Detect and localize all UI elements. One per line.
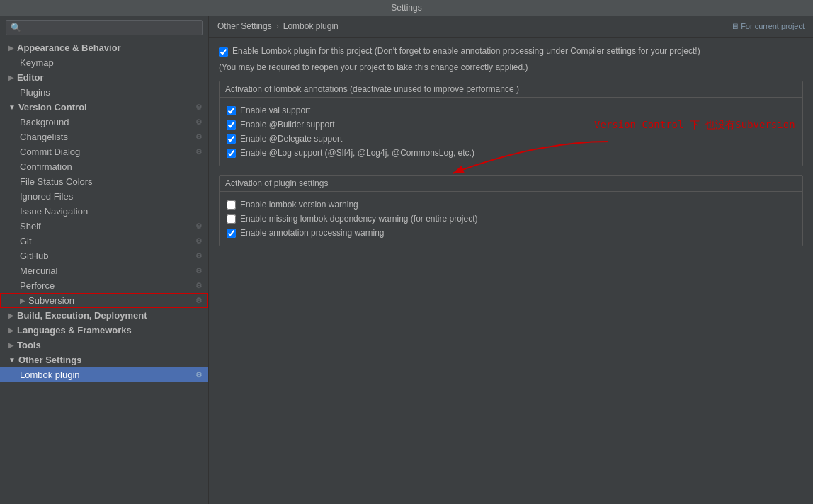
sidebar-item-label: Commit Dialog [20, 147, 195, 157]
arrow-icon: ▶ [8, 44, 14, 52]
sidebar-item-plugins[interactable]: Plugins [0, 85, 208, 100]
gear-icon: ⚙ [195, 118, 203, 127]
enable-lombok-checkbox[interactable] [219, 47, 228, 57]
sidebar-item-shelf[interactable]: Shelf ⚙ [0, 219, 208, 234]
sidebar-item-background[interactable]: Background ⚙ [0, 115, 208, 130]
search-input[interactable] [6, 20, 203, 35]
section2-title: Activation of plugin settings [220, 176, 802, 192]
sidebar-item-commit-dialog[interactable]: Commit Dialog ⚙ [0, 144, 208, 159]
title-bar: Settings [0, 0, 813, 16]
lombok-version-warning-checkbox[interactable] [227, 200, 236, 210]
annotation-processing-warning-label: Enable annotation processing warning [240, 228, 384, 238]
arrow-icon: ▶ [8, 74, 14, 81]
gear-icon: ⚙ [195, 132, 203, 142]
delegate-support-checkbox[interactable] [227, 134, 236, 144]
arrow-icon: ▶ [8, 341, 14, 349]
sidebar-item-label: Mercurial [20, 265, 195, 276]
gear-icon: ⚙ [195, 236, 203, 246]
gear-icon: ⚙ [195, 222, 203, 231]
missing-dependency-warning-checkbox[interactable] [227, 214, 236, 224]
breadcrumb-other-settings: Other Settings [217, 21, 272, 31]
content-area: Enable Lombok plugin for this project (D… [209, 38, 813, 504]
gear-icon: ⚙ [195, 147, 203, 156]
lombok-version-warning-row: Enable lombok version warning [227, 197, 795, 212]
sidebar-item-label: Tools [17, 340, 203, 350]
plugin-settings-section: Activation of plugin settings Enable lom… [219, 175, 803, 246]
sidebar-item-keymap[interactable]: Keymap [0, 55, 208, 70]
sidebar-item-label: Issue Navigation [20, 206, 203, 217]
reopen-note-text: (You may be required to reopen your proj… [219, 62, 528, 72]
sidebar-item-label: Confirmation [20, 161, 203, 172]
sidebar-item-label: Subversion [28, 295, 195, 306]
sidebar-item-label: Languages & Frameworks [17, 325, 203, 336]
sidebar-item-label: File Status Colors [20, 176, 203, 187]
sidebar-item-version-control[interactable]: ▼ Version Control ⚙ [0, 100, 208, 115]
breadcrumb-lombok: Lombok plugin [283, 21, 339, 31]
gear-icon: ⚙ [195, 266, 203, 275]
search-box[interactable] [0, 16, 208, 40]
sidebar-item-languages-frameworks[interactable]: ▶ Languages & Frameworks [0, 323, 208, 338]
builder-support-checkbox[interactable] [227, 120, 236, 130]
sidebar-item-label: Changelists [20, 132, 195, 142]
annotation-processing-warning-row: Enable annotation processing warning [227, 226, 795, 240]
gear-icon: ⚙ [195, 251, 203, 260]
lombok-annotations-section: Activation of lombok annotations (deacti… [219, 81, 803, 166]
lombok-version-warning-label: Enable lombok version warning [240, 200, 358, 210]
log-support-label: Enable @Log support (@Slf4j, @Log4j, @Co… [240, 148, 474, 158]
section1-title: Activation of lombok annotations (deacti… [220, 81, 802, 98]
title-text: Settings [391, 3, 421, 13]
enable-lombok-label: Enable Lombok plugin for this project (D… [232, 46, 700, 56]
sidebar-item-mercurial[interactable]: Mercurial ⚙ [0, 263, 208, 278]
val-support-row: Enable val support [227, 103, 795, 118]
sidebar-item-ignored-files[interactable]: Ignored Files [0, 189, 208, 204]
sidebar-item-github[interactable]: GitHub ⚙ [0, 248, 208, 263]
content-panel: Other Settings › Lombok plugin 🖥 For cur… [209, 16, 813, 504]
builder-support-row: Enable @Builder support [227, 118, 795, 132]
sidebar-item-label: Appearance & Behavior [17, 42, 203, 53]
val-support-checkbox[interactable] [227, 106, 236, 115]
log-support-checkbox[interactable] [227, 149, 236, 158]
gear-icon: ⚙ [195, 281, 203, 290]
sidebar-item-label: Background [20, 117, 195, 127]
sidebar-item-changelists[interactable]: Changelists ⚙ [0, 130, 208, 144]
sidebar-item-other-settings[interactable]: ▼ Other Settings [0, 353, 208, 367]
sidebar-item-label: Build, Execution, Deployment [17, 310, 203, 321]
arrow-icon: ▶ [8, 326, 14, 334]
breadcrumb-separator: › [276, 21, 279, 31]
annotation-processing-warning-checkbox[interactable] [227, 229, 236, 238]
sidebar-item-subversion[interactable]: ▶ Subversion ⚙ [0, 293, 208, 308]
section2-content: Enable lombok version warning Enable mis… [220, 192, 802, 246]
sidebar-item-label: GitHub [20, 251, 195, 261]
sidebar-tree: ▶ Appearance & Behavior Keymap ▶ Editor … [0, 40, 208, 504]
sidebar-item-label: Shelf [20, 221, 195, 231]
log-support-row: Enable @Log support (@Slf4j, @Log4j, @Co… [227, 146, 795, 160]
sidebar-item-confirmation[interactable]: Confirmation [0, 159, 208, 174]
sidebar-item-label: Perforce [20, 280, 195, 291]
sidebar-item-build-execution[interactable]: ▶ Build, Execution, Deployment [0, 308, 208, 323]
sidebar-item-appearance[interactable]: ▶ Appearance & Behavior [0, 40, 208, 55]
sidebar-item-lombok-plugin[interactable]: Lombok plugin ⚙ [0, 367, 208, 382]
val-support-label: Enable val support [240, 105, 310, 115]
sidebar-item-label: Git [20, 236, 195, 246]
arrow-icon: ▶ [20, 297, 25, 304]
sidebar-item-label: Editor [17, 72, 203, 83]
sidebar-item-label: Version Control [18, 102, 195, 113]
sidebar: ▶ Appearance & Behavior Keymap ▶ Editor … [0, 16, 209, 504]
gear-icon: ⚙ [195, 296, 203, 305]
main-layout: ▶ Appearance & Behavior Keymap ▶ Editor … [0, 16, 813, 504]
sidebar-item-tools[interactable]: ▶ Tools [0, 338, 208, 353]
sidebar-item-perforce[interactable]: Perforce ⚙ [0, 278, 208, 293]
builder-support-label: Enable @Builder support [240, 120, 335, 130]
sidebar-item-issue-navigation[interactable]: Issue Navigation [0, 204, 208, 219]
sidebar-item-editor[interactable]: ▶ Editor [0, 70, 208, 85]
section1-content: Enable val support Enable @Builder suppo… [220, 98, 802, 166]
sidebar-item-file-status-colors[interactable]: File Status Colors [0, 174, 208, 189]
enable-lombok-row: Enable Lombok plugin for this project (D… [219, 46, 803, 57]
sidebar-item-label: Lombok plugin [20, 370, 195, 380]
project-button[interactable]: 🖥 For current project [731, 22, 805, 30]
sidebar-item-label: Ignored Files [20, 191, 203, 202]
sidebar-item-label: Plugins [20, 87, 203, 98]
reopen-note-row: (You may be required to reopen your proj… [219, 62, 803, 72]
sidebar-item-label: Other Settings [18, 355, 203, 365]
sidebar-item-git[interactable]: Git ⚙ [0, 234, 208, 248]
